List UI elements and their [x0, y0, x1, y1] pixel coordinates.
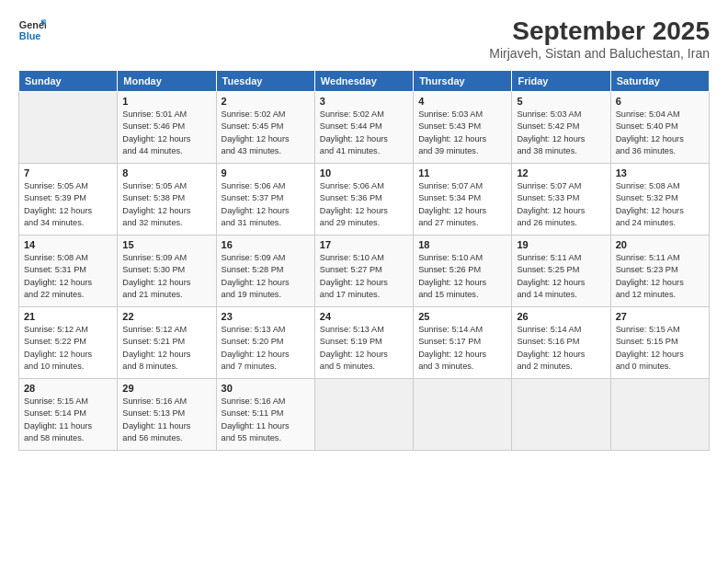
weekday-header-wednesday: Wednesday — [314, 71, 413, 92]
calendar-cell: 16Sunrise: 5:09 AMSunset: 5:28 PMDayligh… — [216, 236, 314, 307]
day-number: 28 — [24, 383, 112, 394]
day-number: 24 — [320, 311, 408, 322]
calendar-cell: 13Sunrise: 5:08 AMSunset: 5:32 PMDayligh… — [610, 164, 709, 236]
calendar-cell: 1Sunrise: 5:01 AMSunset: 5:46 PMDaylight… — [118, 92, 216, 164]
day-number: 14 — [24, 239, 112, 250]
day-number: 5 — [517, 96, 605, 107]
svg-text:Blue: Blue — [19, 30, 40, 41]
day-number: 7 — [24, 167, 112, 178]
day-number: 4 — [418, 96, 506, 107]
calendar-cell — [610, 379, 709, 451]
day-detail: Sunrise: 5:09 AMSunset: 5:28 PMDaylight:… — [222, 253, 290, 299]
day-detail: Sunrise: 5:07 AMSunset: 5:33 PMDaylight:… — [517, 181, 585, 227]
calendar-cell: 4Sunrise: 5:03 AMSunset: 5:43 PMDaylight… — [414, 92, 512, 164]
calendar-cell: 29Sunrise: 5:16 AMSunset: 5:13 PMDayligh… — [118, 379, 216, 451]
weekday-header-sunday: Sunday — [19, 71, 118, 92]
weekday-header-tuesday: Tuesday — [216, 71, 314, 92]
day-detail: Sunrise: 5:03 AMSunset: 5:43 PMDaylight:… — [418, 109, 486, 155]
day-number: 9 — [222, 167, 310, 178]
weekday-header-monday: Monday — [118, 71, 216, 92]
week-row-5: 28Sunrise: 5:15 AMSunset: 5:14 PMDayligh… — [19, 379, 710, 451]
calendar-cell: 23Sunrise: 5:13 AMSunset: 5:20 PMDayligh… — [216, 307, 314, 379]
day-number: 29 — [122, 383, 210, 394]
day-number: 20 — [616, 239, 704, 250]
calendar-cell: 2Sunrise: 5:02 AMSunset: 5:45 PMDaylight… — [216, 92, 314, 164]
day-detail: Sunrise: 5:09 AMSunset: 5:30 PMDaylight:… — [122, 253, 190, 299]
calendar-cell: 28Sunrise: 5:15 AMSunset: 5:14 PMDayligh… — [19, 379, 118, 451]
day-detail: Sunrise: 5:08 AMSunset: 5:31 PMDaylight:… — [24, 253, 92, 299]
calendar-cell — [19, 92, 118, 164]
day-detail: Sunrise: 5:10 AMSunset: 5:27 PMDaylight:… — [320, 253, 388, 299]
day-number: 2 — [222, 96, 310, 107]
day-detail: Sunrise: 5:08 AMSunset: 5:32 PMDaylight:… — [616, 181, 684, 227]
day-number: 22 — [122, 311, 210, 322]
day-detail: Sunrise: 5:10 AMSunset: 5:26 PMDaylight:… — [418, 253, 486, 299]
day-detail: Sunrise: 5:16 AMSunset: 5:13 PMDaylight:… — [122, 396, 190, 442]
day-detail: Sunrise: 5:16 AMSunset: 5:11 PMDaylight:… — [222, 396, 290, 442]
day-detail: Sunrise: 5:13 AMSunset: 5:19 PMDaylight:… — [320, 325, 388, 371]
day-number: 26 — [517, 311, 605, 322]
logo: General Blue — [18, 17, 46, 44]
day-detail: Sunrise: 5:02 AMSunset: 5:45 PMDaylight:… — [222, 109, 290, 155]
day-number: 11 — [418, 167, 506, 178]
day-detail: Sunrise: 5:15 AMSunset: 5:14 PMDaylight:… — [24, 396, 92, 442]
calendar-cell: 8Sunrise: 5:05 AMSunset: 5:38 PMDaylight… — [118, 164, 216, 236]
calendar-cell: 3Sunrise: 5:02 AMSunset: 5:44 PMDaylight… — [314, 92, 413, 164]
calendar-cell: 7Sunrise: 5:05 AMSunset: 5:39 PMDaylight… — [19, 164, 118, 236]
location: Mirjaveh, Sistan and Baluchestan, Iran — [489, 46, 710, 61]
calendar-table: SundayMondayTuesdayWednesdayThursdayFrid… — [18, 70, 710, 451]
day-detail: Sunrise: 5:05 AMSunset: 5:39 PMDaylight:… — [24, 181, 92, 227]
calendar-cell: 21Sunrise: 5:12 AMSunset: 5:22 PMDayligh… — [19, 307, 118, 379]
calendar-cell: 22Sunrise: 5:12 AMSunset: 5:21 PMDayligh… — [118, 307, 216, 379]
weekday-header-thursday: Thursday — [414, 71, 512, 92]
week-row-2: 7Sunrise: 5:05 AMSunset: 5:39 PMDaylight… — [19, 164, 710, 236]
day-number: 8 — [122, 167, 210, 178]
calendar-cell: 14Sunrise: 5:08 AMSunset: 5:31 PMDayligh… — [19, 236, 118, 307]
logo-icon: General Blue — [18, 17, 46, 44]
month-title: September 2025 — [489, 17, 710, 46]
day-number: 19 — [517, 239, 605, 250]
day-number: 30 — [222, 383, 310, 394]
day-detail: Sunrise: 5:04 AMSunset: 5:40 PMDaylight:… — [616, 109, 684, 155]
calendar-cell: 11Sunrise: 5:07 AMSunset: 5:34 PMDayligh… — [414, 164, 512, 236]
day-number: 3 — [320, 96, 408, 107]
day-number: 15 — [122, 239, 210, 250]
day-number: 1 — [122, 96, 210, 107]
day-detail: Sunrise: 5:01 AMSunset: 5:46 PMDaylight:… — [122, 109, 190, 155]
page: General Blue September 2025 Mirjaveh, Si… — [0, 0, 728, 563]
day-number: 18 — [418, 239, 506, 250]
calendar-cell: 12Sunrise: 5:07 AMSunset: 5:33 PMDayligh… — [512, 164, 610, 236]
calendar-cell: 27Sunrise: 5:15 AMSunset: 5:15 PMDayligh… — [610, 307, 709, 379]
day-number: 10 — [320, 167, 408, 178]
calendar-cell: 18Sunrise: 5:10 AMSunset: 5:26 PMDayligh… — [414, 236, 512, 307]
day-number: 27 — [616, 311, 704, 322]
calendar-cell: 17Sunrise: 5:10 AMSunset: 5:27 PMDayligh… — [314, 236, 413, 307]
calendar-cell: 20Sunrise: 5:11 AMSunset: 5:23 PMDayligh… — [610, 236, 709, 307]
day-detail: Sunrise: 5:12 AMSunset: 5:21 PMDaylight:… — [122, 325, 190, 371]
title-block: September 2025 Mirjaveh, Sistan and Balu… — [489, 17, 710, 61]
calendar-cell — [512, 379, 610, 451]
day-detail: Sunrise: 5:05 AMSunset: 5:38 PMDaylight:… — [122, 181, 190, 227]
day-number: 16 — [222, 239, 310, 250]
day-number: 25 — [418, 311, 506, 322]
calendar-cell: 9Sunrise: 5:06 AMSunset: 5:37 PMDaylight… — [216, 164, 314, 236]
day-detail: Sunrise: 5:11 AMSunset: 5:23 PMDaylight:… — [616, 253, 684, 299]
calendar-cell — [314, 379, 413, 451]
day-detail: Sunrise: 5:03 AMSunset: 5:42 PMDaylight:… — [517, 109, 585, 155]
day-number: 21 — [24, 311, 112, 322]
day-number: 23 — [222, 311, 310, 322]
day-detail: Sunrise: 5:13 AMSunset: 5:20 PMDaylight:… — [222, 325, 290, 371]
day-number: 13 — [616, 167, 704, 178]
calendar-cell: 10Sunrise: 5:06 AMSunset: 5:36 PMDayligh… — [314, 164, 413, 236]
day-detail: Sunrise: 5:14 AMSunset: 5:16 PMDaylight:… — [517, 325, 585, 371]
calendar-cell: 30Sunrise: 5:16 AMSunset: 5:11 PMDayligh… — [216, 379, 314, 451]
week-row-3: 14Sunrise: 5:08 AMSunset: 5:31 PMDayligh… — [19, 236, 710, 307]
calendar-cell: 5Sunrise: 5:03 AMSunset: 5:42 PMDaylight… — [512, 92, 610, 164]
weekday-header-saturday: Saturday — [610, 71, 709, 92]
weekday-header-row: SundayMondayTuesdayWednesdayThursdayFrid… — [19, 71, 710, 92]
day-detail: Sunrise: 5:06 AMSunset: 5:36 PMDaylight:… — [320, 181, 388, 227]
calendar-cell: 25Sunrise: 5:14 AMSunset: 5:17 PMDayligh… — [414, 307, 512, 379]
calendar-cell: 26Sunrise: 5:14 AMSunset: 5:16 PMDayligh… — [512, 307, 610, 379]
day-detail: Sunrise: 5:06 AMSunset: 5:37 PMDaylight:… — [222, 181, 290, 227]
calendar-cell: 19Sunrise: 5:11 AMSunset: 5:25 PMDayligh… — [512, 236, 610, 307]
